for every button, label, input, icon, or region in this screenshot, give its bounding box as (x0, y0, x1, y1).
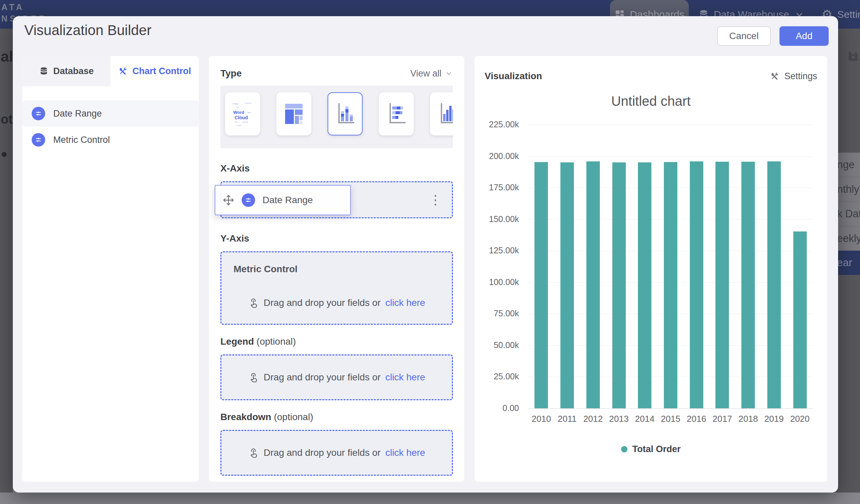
bar-2020 (793, 231, 807, 408)
x-tick-label: 2012 (580, 414, 606, 424)
fields-panel: DatabaseChart Control Date RangeMetric C… (22, 56, 199, 482)
chart-type-stacked-column[interactable] (328, 92, 363, 135)
y-axis-zone-title: Metric Control (233, 264, 452, 275)
svg-text:viness: viness (232, 103, 238, 105)
tune-icon (32, 107, 45, 120)
x-tick-label: 2019 (761, 414, 787, 424)
type-section-label: Type (220, 68, 242, 79)
view-all-dropdown[interactable]: View all (410, 68, 453, 79)
tab-database[interactable]: Database (22, 56, 111, 86)
visualization-builder-modal: Visualization Builder Cancel Add Databas… (13, 16, 838, 492)
y-tick-label: 200.00k (474, 151, 519, 161)
field-item-metric-control[interactable]: Metric Control (22, 127, 199, 153)
gridline (528, 125, 813, 125)
bar-2010 (534, 162, 548, 408)
svg-text:Word: Word (233, 110, 244, 115)
x-tick-label: 2015 (658, 414, 684, 424)
drop-hint-row: Drag and drop your fields or click here (248, 372, 425, 383)
bar-2015 (664, 162, 677, 408)
field-item-label: Date Range (53, 109, 102, 119)
click-here-link[interactable]: click here (385, 372, 425, 383)
x-tick-label: 2020 (787, 414, 813, 424)
nav-label: Settings (837, 9, 860, 20)
floppy-save-icon[interactable] (847, 49, 860, 63)
background-text-fragment: al (1, 48, 13, 65)
x-axis-dropzone[interactable]: Date Range (220, 181, 453, 218)
bar-2011 (560, 162, 574, 408)
legend-marker (621, 446, 628, 452)
tools-icon (118, 66, 128, 76)
view-all-label: View all (410, 68, 442, 79)
y-tick-label: 25.00k (474, 372, 519, 381)
move-arrows-icon (223, 195, 234, 206)
x-axis-heading: X-Axis (220, 163, 453, 174)
background-page-left-edge: alota● (0, 29, 13, 492)
chart-type-stacked-bar[interactable] (379, 92, 414, 135)
bar-2012 (586, 161, 600, 408)
drop-hint-row: Drag and drop your fields or click here (221, 298, 452, 308)
bar-2014 (638, 162, 651, 408)
database-icon (39, 66, 48, 76)
x-tick-label: 2014 (632, 414, 658, 424)
x-tick-label: 2011 (554, 414, 580, 424)
tune-icon (242, 193, 255, 207)
legend-series-label: Total Order (632, 444, 681, 455)
y-tick-label: 0.00 (474, 403, 519, 413)
logo-line-1: ATA (1, 1, 47, 13)
tab-label: Database (53, 66, 94, 76)
cancel-button[interactable]: Cancel (717, 26, 771, 46)
y-tick-label: 150.00k (474, 214, 519, 224)
legend-dropzone[interactable]: Drag and drop your fields or click here (220, 355, 453, 400)
svg-text:mining: mining (243, 121, 248, 123)
add-button[interactable]: Add (779, 26, 829, 46)
legend-heading: Legend (optional) (220, 336, 453, 347)
tune-icon (32, 133, 45, 146)
y-tick-label: 50.00k (474, 340, 519, 350)
y-tick-label: 100.00k (474, 277, 519, 287)
kebab-menu-icon[interactable]: ⋮ (429, 193, 442, 206)
fields-panel-tabs: DatabaseChart Control (22, 56, 199, 86)
breakdown-dropzone[interactable]: Drag and drop your fields or click here (220, 430, 453, 476)
breakdown-heading: Breakdown (optional) (220, 412, 453, 422)
bar-2017 (715, 162, 729, 408)
tab-label: Chart Control (132, 66, 191, 76)
click-here-link[interactable]: click here (385, 447, 425, 458)
chevron-down-icon (445, 69, 453, 77)
x-tick-label: 2016 (684, 414, 710, 424)
tap-hand-icon (248, 447, 259, 458)
svg-text:big: big (236, 106, 239, 108)
bar-2013 (612, 162, 626, 408)
y-tick-label: 225.00k (474, 119, 519, 129)
chart-type-treemap[interactable] (276, 92, 311, 135)
visualization-panel: Visualization Settings Untitled chart 0.… (474, 56, 827, 482)
gridline (528, 408, 813, 409)
legend: Total Order (474, 444, 827, 455)
chart-type-column[interactable] (430, 92, 453, 135)
y-axis-dropzone[interactable]: Metric Control Drag and drop your fields… (220, 251, 453, 325)
bar-2018 (741, 162, 755, 408)
y-tick-label: 75.00k (474, 308, 519, 318)
x-tick-label: 2013 (606, 414, 632, 424)
svg-text:insight: insight (236, 124, 242, 126)
svg-text:SQL: SQL (234, 121, 238, 123)
svg-text:Analytics: Analytics (245, 102, 252, 104)
drop-hint-text: Drag and drop your fields or (263, 298, 381, 308)
bar-2019 (767, 161, 781, 408)
svg-text:data: data (247, 112, 251, 114)
field-item-date-range[interactable]: Date Range (22, 100, 199, 127)
x-tick-label: 2017 (710, 414, 735, 424)
x-tick-label: 2010 (528, 414, 554, 424)
chip-label: Date Range (262, 195, 313, 205)
chart-type-word-cloud[interactable]: vinessAnalyticsbigWorddataCloudSQLmining… (225, 92, 260, 135)
tab-chart-control[interactable]: Chart Control (111, 56, 199, 86)
field-list: Date RangeMetric Control (22, 100, 199, 153)
y-axis-heading: Y-Axis (220, 233, 453, 244)
drop-hint-text: Drag and drop your fields or (263, 372, 381, 383)
modal-title: Visualization Builder (24, 22, 151, 39)
gridline (528, 156, 813, 157)
drop-hint-text: Drag and drop your fields or (263, 447, 381, 458)
click-here-link[interactable]: click here (385, 298, 425, 308)
drop-hint-row: Drag and drop your fields or click here (248, 447, 425, 458)
bar-2016 (690, 161, 703, 408)
date-range-field-chip[interactable]: Date Range (215, 185, 351, 215)
